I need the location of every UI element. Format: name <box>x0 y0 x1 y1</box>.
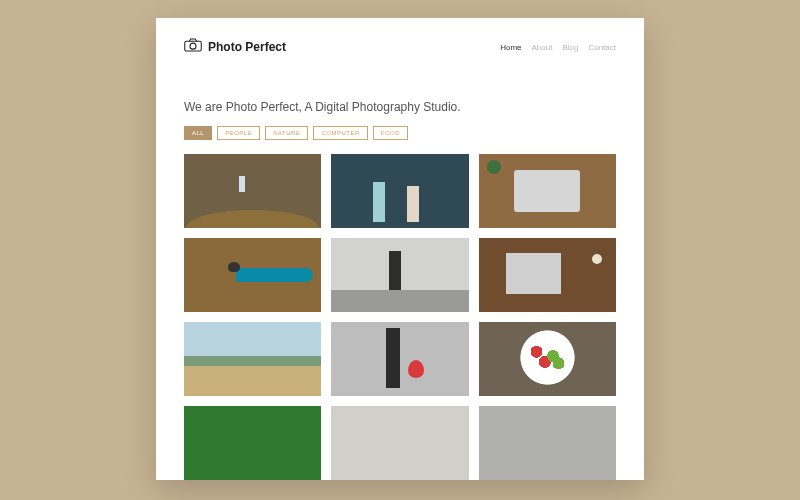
gallery-item[interactable] <box>331 238 468 312</box>
gallery-item[interactable] <box>184 406 321 480</box>
filter-computer[interactable]: COMPUTER <box>313 126 367 140</box>
headline: We are Photo Perfect, A Digital Photogra… <box>184 100 616 114</box>
nav-home[interactable]: Home <box>500 43 521 52</box>
filter-nature[interactable]: NATURE <box>265 126 308 140</box>
main-nav: Home About Blog Contact <box>500 43 616 52</box>
svg-point-1 <box>190 43 196 49</box>
camera-icon <box>184 38 202 56</box>
gallery-item[interactable] <box>479 322 616 396</box>
gallery-item[interactable] <box>184 322 321 396</box>
gallery-item[interactable] <box>184 154 321 228</box>
gallery-item[interactable] <box>479 406 616 480</box>
nav-blog[interactable]: Blog <box>562 43 578 52</box>
filter-bar: ALL PEOPLE NATURE COMPUTER FOOD <box>184 126 616 140</box>
brand[interactable]: Photo Perfect <box>184 38 286 56</box>
gallery-item[interactable] <box>479 154 616 228</box>
filter-people[interactable]: PEOPLE <box>217 126 260 140</box>
nav-about[interactable]: About <box>532 43 553 52</box>
gallery-item[interactable] <box>331 406 468 480</box>
nav-contact[interactable]: Contact <box>588 43 616 52</box>
gallery-item[interactable] <box>184 238 321 312</box>
header: Photo Perfect Home About Blog Contact <box>184 38 616 56</box>
gallery-grid <box>184 154 616 480</box>
brand-name: Photo Perfect <box>208 40 286 54</box>
filter-food[interactable]: FOOD <box>373 126 408 140</box>
page-card: Photo Perfect Home About Blog Contact We… <box>156 18 644 480</box>
gallery-item[interactable] <box>479 238 616 312</box>
filter-all[interactable]: ALL <box>184 126 212 140</box>
gallery-item[interactable] <box>331 154 468 228</box>
gallery-item[interactable] <box>331 322 468 396</box>
